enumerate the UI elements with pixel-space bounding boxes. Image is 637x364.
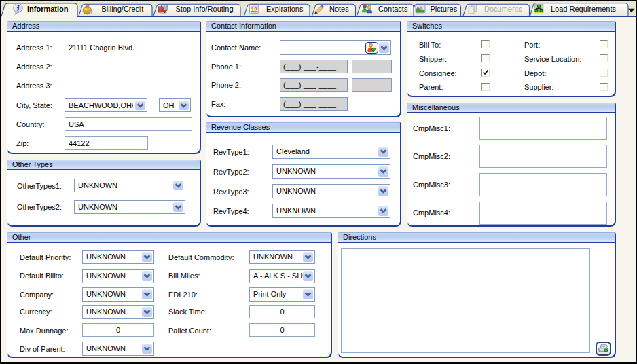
svg-text:Notes: Notes — [329, 5, 349, 13]
svg-text:12: 12 — [251, 6, 257, 13]
svg-text:Documents: Documents — [484, 5, 522, 13]
svg-text:Stop Info/Routing: Stop Info/Routing — [176, 5, 234, 13]
svg-text:Load Requirements: Load Requirements — [551, 5, 617, 13]
svg-text:Contacts: Contacts — [378, 5, 408, 13]
svg-text:Expirations: Expirations — [266, 5, 304, 13]
svg-text:Pictures: Pictures — [431, 5, 458, 13]
svg-text:Billing/Credit: Billing/Credit — [102, 5, 144, 13]
svg-text:Information: Information — [27, 5, 69, 13]
